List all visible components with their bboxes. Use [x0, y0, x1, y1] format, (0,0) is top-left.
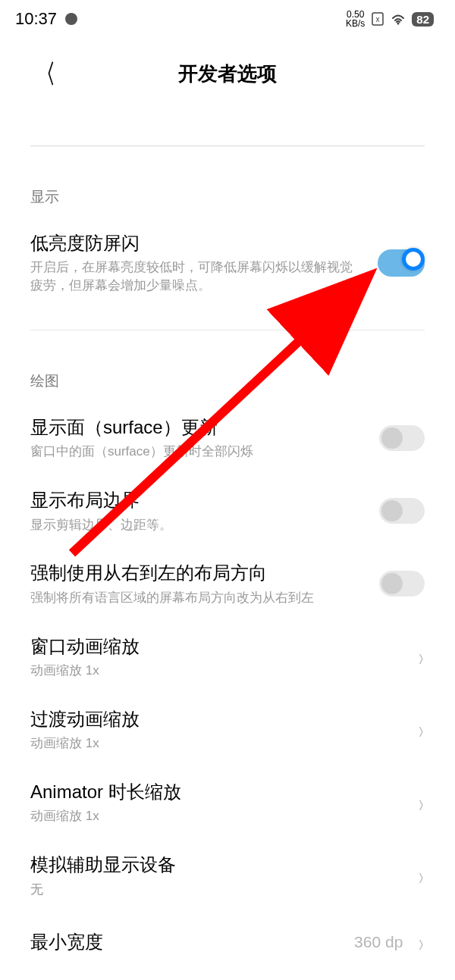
- setting-title: 窗口动画缩放: [30, 634, 403, 659]
- setting-desc: 开启后，在屏幕亮度较低时，可降低屏幕闪烁以缓解视觉疲劳，但屏幕会增加少量噪点。: [30, 258, 362, 295]
- setting-value: 360 dp: [354, 933, 403, 951]
- network-speed: 0.50 KB/s: [346, 10, 365, 28]
- setting-title: 低亮度防屏闪: [30, 231, 362, 255]
- setting-title: 最小宽度: [30, 930, 339, 954]
- chevron-right-icon: ›: [419, 715, 424, 745]
- compass-icon: [64, 12, 78, 26]
- setting-notch[interactable]: 刘海屏 设备默认设置 ›: [0, 973, 455, 980]
- setting-window-animation[interactable]: 窗口动画缩放 动画缩放 1x ›: [0, 621, 455, 694]
- status-time: 10:37: [15, 9, 57, 29]
- section-header-display: 显示: [0, 146, 455, 218]
- header-divider: [30, 110, 425, 146]
- svg-point-3: [397, 23, 400, 25]
- setting-desc: 显示剪辑边界、边距等。: [30, 516, 364, 534]
- setting-title: 模拟辅助显示设备: [30, 853, 403, 877]
- setting-transition-animation[interactable]: 过渡动画缩放 动画缩放 1x ›: [0, 694, 455, 766]
- setting-surface-update[interactable]: 显示面（surface）更新 窗口中的面（surface）更新时全部闪烁: [0, 402, 455, 474]
- setting-simulate-secondary-display[interactable]: 模拟辅助显示设备 无 ›: [0, 839, 455, 912]
- toggle-low-brightness[interactable]: [378, 249, 425, 277]
- chevron-right-icon: ›: [419, 927, 424, 957]
- chevron-right-icon: ›: [419, 641, 424, 672]
- toggle-surface-update[interactable]: [379, 425, 425, 451]
- back-button[interactable]: 〈: [37, 57, 55, 92]
- setting-desc: 强制将所有语言区域的屏幕布局方向改为从右到左: [30, 589, 364, 607]
- setting-desc: 动画缩放 1x: [30, 734, 403, 753]
- setting-title: 显示面（surface）更新: [30, 415, 364, 440]
- sim-icon: x: [371, 12, 384, 26]
- setting-desc: 窗口中的面（surface）更新时全部闪烁: [30, 443, 364, 461]
- setting-title: Animator 时长缩放: [30, 780, 403, 804]
- page-title: 开发者选项: [30, 61, 425, 87]
- wifi-icon: [391, 13, 406, 25]
- setting-force-rtl[interactable]: 强制使用从右到左的布局方向 强制将所有语言区域的屏幕布局方向改为从右到左: [0, 547, 455, 620]
- chevron-right-icon: ›: [419, 787, 424, 818]
- setting-title: 过渡动画缩放: [30, 707, 403, 731]
- section-header-drawing: 绘图: [0, 330, 455, 402]
- setting-layout-bounds[interactable]: 显示布局边界 显示剪辑边界、边距等。: [0, 474, 455, 547]
- chevron-right-icon: ›: [419, 860, 424, 891]
- toggle-force-rtl[interactable]: [379, 571, 425, 596]
- svg-text:x: x: [376, 15, 380, 23]
- page-header: 〈 开发者选项: [0, 38, 455, 110]
- status-bar: 10:37 0.50 KB/s x 82: [0, 0, 455, 38]
- setting-animator-duration[interactable]: Animator 时长缩放 动画缩放 1x ›: [0, 766, 455, 839]
- setting-min-width[interactable]: 最小宽度 360 dp ›: [0, 912, 455, 972]
- setting-desc: 动画缩放 1x: [30, 807, 403, 825]
- toggle-layout-bounds[interactable]: [379, 498, 425, 524]
- setting-low-brightness-flicker[interactable]: 低亮度防屏闪 开启后，在屏幕亮度较低时，可降低屏幕闪烁以缓解视觉疲劳，但屏幕会增…: [0, 218, 455, 308]
- setting-title: 显示布局边界: [30, 488, 364, 512]
- setting-desc: 动画缩放 1x: [30, 662, 403, 680]
- setting-desc: 无: [30, 881, 403, 899]
- battery-indicator: 82: [412, 12, 434, 27]
- svg-point-0: [65, 13, 77, 25]
- setting-title: 强制使用从右到左的布局方向: [30, 561, 364, 585]
